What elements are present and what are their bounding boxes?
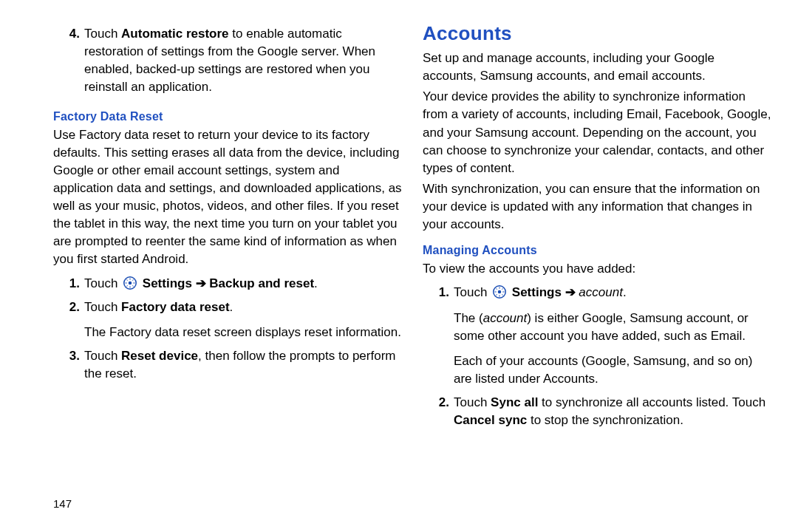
right-column: Accounts Set up and manage accounts, inc… xyxy=(411,22,785,525)
text: Touch xyxy=(84,27,121,41)
text: to synchronize all accounts listed. Touc… xyxy=(538,395,765,409)
automatic-restore-label: Automatic restore xyxy=(121,27,228,41)
factory-data-reset-paragraph: Use Factory data reset to return your de… xyxy=(53,126,402,269)
text: Touch xyxy=(454,395,491,409)
step-number: 1. xyxy=(423,284,454,301)
backup-steps-continued: 4. Touch Automatic restore to enable aut… xyxy=(53,25,402,103)
accounts-heading: Accounts xyxy=(423,22,771,45)
factory-reset-steps: 1. Touch Settings ➔ Backup and reset. 2.… xyxy=(53,275,402,389)
text: Touch xyxy=(454,285,491,299)
factory-step-2: 2. Touch Factory data reset. The Factory… xyxy=(53,299,402,341)
account-placeholder: account xyxy=(483,311,528,325)
left-column: 4. Touch Automatic restore to enable aut… xyxy=(13,22,411,525)
step-number: 3. xyxy=(53,347,84,365)
step-number: 4. xyxy=(53,25,84,43)
backup-reset-label: Backup and reset xyxy=(209,276,314,290)
svg-point-3 xyxy=(498,290,502,294)
text: Touch xyxy=(84,349,121,363)
step-extra: The Factory data reset screen displays r… xyxy=(84,324,402,341)
manage-step-1: 1. Touch Settings ➔ account. The (accoun… xyxy=(423,284,771,388)
step-body: Touch Settings ➔ account. The (account) … xyxy=(454,284,771,388)
text: . xyxy=(623,285,627,299)
text: Touch xyxy=(84,300,121,314)
text: The ( xyxy=(454,311,483,325)
settings-label: Settings xyxy=(512,285,562,299)
accounts-paragraph-1: Set up and manage accounts, including yo… xyxy=(423,50,771,85)
text: to stop the synchronization. xyxy=(527,413,683,427)
managing-accounts-steps: 1. Touch Settings ➔ account. The (accoun… xyxy=(423,284,771,435)
arrow: ➔ xyxy=(562,285,579,299)
settings-icon xyxy=(123,276,137,290)
manual-page: 4. Touch Automatic restore to enable aut… xyxy=(0,0,798,532)
accounts-paragraph-2: Your device provides the ability to sync… xyxy=(423,88,771,177)
arrow: ➔ xyxy=(192,276,209,290)
step-body: Touch Sync all to synchronize all accoun… xyxy=(454,394,771,429)
text: . xyxy=(314,276,318,290)
reset-device-label: Reset device xyxy=(121,349,198,363)
text: . xyxy=(230,300,233,314)
step-number: 1. xyxy=(53,275,84,293)
step-body: Touch Reset device, then follow the prom… xyxy=(84,347,402,383)
step-body: Touch Settings ➔ Backup and reset. xyxy=(84,275,402,293)
page-number: 147 xyxy=(53,497,72,510)
settings-label: Settings xyxy=(143,276,192,290)
factory-data-reset-label: Factory data reset xyxy=(121,300,229,314)
settings-icon xyxy=(493,285,506,299)
managing-accounts-heading: Managing Accounts xyxy=(423,244,771,257)
factory-step-1: 1. Touch Settings ➔ Backup and reset. xyxy=(53,275,402,293)
accounts-paragraph-3: With synchronization, you can ensure tha… xyxy=(423,180,771,233)
account-placeholder: account xyxy=(579,285,623,299)
step-number: 2. xyxy=(423,394,454,412)
svg-point-1 xyxy=(129,281,132,284)
cancel-sync-label: Cancel sync xyxy=(454,413,527,427)
step-extra: The (account) is either Google, Samsung … xyxy=(454,310,771,345)
text: Touch xyxy=(84,276,121,290)
factory-data-reset-heading: Factory Data Reset xyxy=(53,110,402,123)
step-body: Touch Automatic restore to enable automa… xyxy=(84,25,402,97)
step-extra-2: Each of your accounts (Google, Samsung, … xyxy=(454,352,771,388)
managing-accounts-paragraph: To view the accounts you have added: xyxy=(423,260,771,278)
step-4: 4. Touch Automatic restore to enable aut… xyxy=(53,25,402,97)
factory-step-3: 3. Touch Reset device, then follow the p… xyxy=(53,347,402,383)
sync-all-label: Sync all xyxy=(491,395,538,409)
step-number: 2. xyxy=(53,299,84,316)
manage-step-2: 2. Touch Sync all to synchronize all acc… xyxy=(423,394,771,429)
step-body: Touch Factory data reset. The Factory da… xyxy=(84,299,402,341)
